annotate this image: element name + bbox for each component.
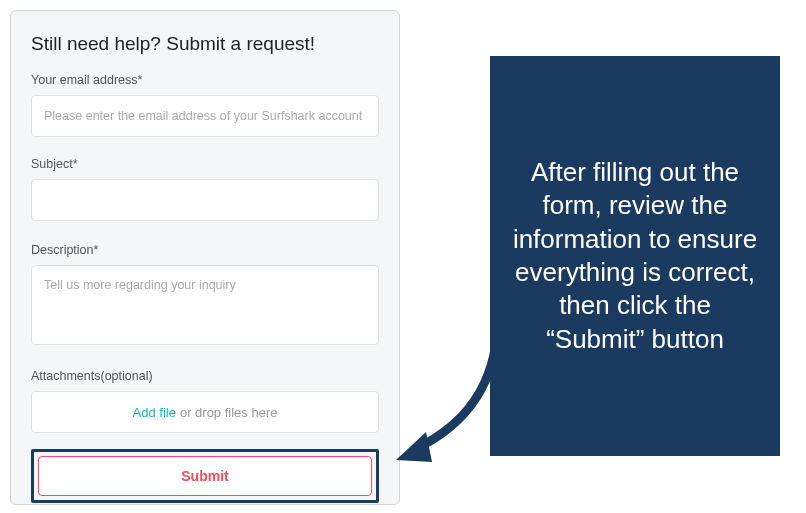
add-file-link[interactable]: Add file — [133, 405, 176, 420]
submit-button[interactable]: Submit — [38, 456, 372, 496]
description-field[interactable] — [31, 265, 379, 345]
svg-marker-0 — [396, 432, 432, 462]
subject-label: Subject* — [31, 157, 379, 171]
callout-text: After filling out the form, review the i… — [508, 156, 762, 356]
instruction-callout: After filling out the form, review the i… — [490, 56, 780, 456]
email-label: Your email address* — [31, 73, 379, 87]
subject-field[interactable] — [31, 179, 379, 221]
drop-files-text: or drop files here — [180, 405, 278, 420]
email-field[interactable] — [31, 95, 379, 137]
attachments-dropzone[interactable]: Add file or drop files here — [31, 391, 379, 433]
submit-highlight-box: Submit — [31, 449, 379, 503]
description-label: Description* — [31, 243, 379, 257]
attachments-label: Attachments(optional) — [31, 369, 379, 383]
request-form-panel: Still need help? Submit a request! Your … — [10, 10, 400, 505]
form-title: Still need help? Submit a request! — [31, 33, 379, 55]
